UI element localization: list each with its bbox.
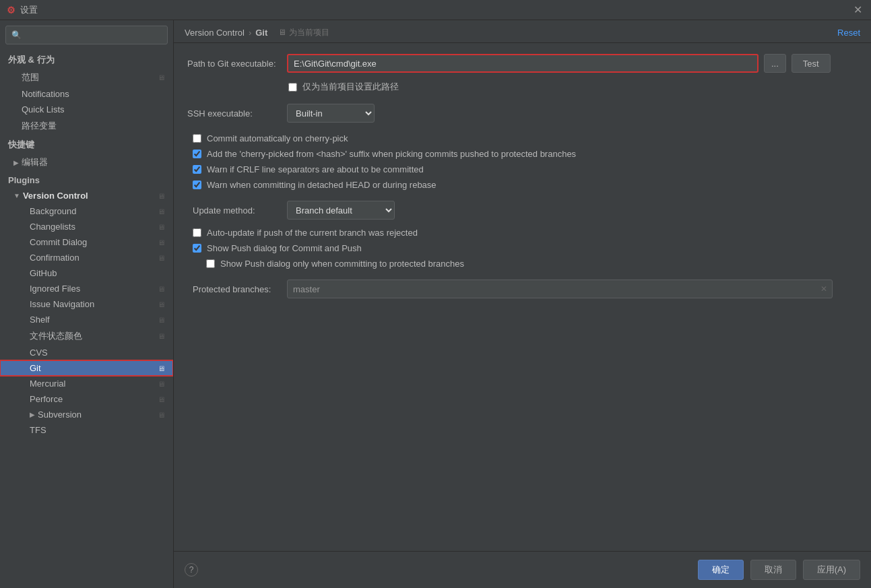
collapse-icon: ▶ — [30, 411, 35, 418]
breadcrumb-git: Git — [255, 28, 267, 38]
sidebar-item-label: Background — [30, 206, 76, 216]
auto-update-label: Auto-update if push of the current branc… — [207, 228, 418, 238]
sidebar-item-label: Perforce — [30, 394, 63, 404]
section-appearance: 外观 & 行为 — [0, 50, 173, 69]
git-path-input[interactable] — [287, 54, 759, 73]
collapse-icon: ▶ — [13, 159, 19, 166]
sidebar-item-label: GitHub — [30, 268, 57, 278]
ssh-select[interactable]: Built-in Native — [287, 104, 375, 123]
content-header: Version Control › Git 🖥 为当前项目 Reset — [174, 20, 871, 43]
sidebar-item-github[interactable]: GitHub — [0, 265, 173, 281]
detached-head-row: Warn when committing in detached HEAD or… — [187, 180, 858, 190]
detached-head-label: Warn when committing in detached HEAD or… — [207, 180, 437, 190]
project-icon: 🖥 — [158, 254, 165, 262]
sidebar-item-label: Issue Navigation — [30, 299, 94, 309]
project-icon: 🖥 — [158, 285, 165, 293]
sidebar-scroll: 外观 & 行为 范围 🖥 Notifications Quick Lists 路… — [0, 50, 173, 588]
update-method-select[interactable]: Branch default Merge Rebase — [287, 201, 395, 220]
crlf-warn-checkbox[interactable] — [193, 165, 201, 174]
sidebar-item-file-status-color[interactable]: 文件状态颜色 🖥 — [0, 327, 173, 345]
cherry-pick-suffix-checkbox[interactable] — [193, 150, 201, 158]
show-push-dialog-only-checkbox[interactable] — [206, 259, 215, 268]
search-box[interactable]: 🔍 — [5, 26, 168, 44]
sidebar-item-mercurial[interactable]: Mercurial 🖥 — [0, 376, 173, 391]
cancel-button[interactable]: 取消 — [750, 560, 796, 580]
sidebar-item-subversion[interactable]: ▶ Subversion 🖥 — [0, 407, 173, 422]
sidebar-item-path-var[interactable]: 路径变量 — [0, 117, 173, 135]
help-button[interactable]: ? — [185, 563, 198, 577]
search-icon: 🔍 — [11, 30, 22, 40]
sidebar-item-label: Notifications — [22, 89, 69, 99]
update-method-label: Update method: — [187, 205, 282, 216]
sidebar-item-label: 路径变量 — [22, 120, 57, 132]
breadcrumb-version-control[interactable]: Version Control — [185, 28, 245, 38]
sidebar-item-background[interactable]: Background 🖥 — [0, 203, 173, 219]
content-body: Path to Git executable: ... Test 仅为当前项目设… — [174, 43, 871, 551]
sidebar-item-label: Mercurial — [30, 379, 65, 389]
sidebar-item-issue-navigation[interactable]: Issue Navigation 🖥 — [0, 296, 173, 312]
close-button[interactable]: ✕ — [849, 2, 866, 18]
section-shortcuts: 快捷键 — [0, 135, 173, 154]
breadcrumb-project: 🖥 为当前项目 — [278, 27, 329, 38]
sidebar-item-fanwei[interactable]: 范围 🖥 — [0, 69, 173, 86]
browse-button[interactable]: ... — [764, 54, 786, 73]
sidebar-item-label: Changelists — [30, 222, 75, 232]
sidebar-item-perforce[interactable]: Perforce 🖥 — [0, 391, 173, 407]
cherry-pick-suffix-row: Add the 'cherry-picked from <hash>' suff… — [187, 149, 858, 159]
update-method-row: Update method: Branch default Merge Reba… — [187, 201, 858, 220]
cherry-pick-suffix-label: Add the 'cherry-picked from <hash>' suff… — [207, 149, 576, 159]
project-icon: 🖥 — [158, 316, 165, 324]
project-icon: 🖥 — [158, 238, 165, 247]
cherry-pick-checkbox[interactable] — [193, 134, 201, 143]
sidebar-item-ignored-files[interactable]: Ignored Files 🖥 — [0, 281, 173, 296]
sidebar-item-quick-lists[interactable]: Quick Lists — [0, 102, 173, 117]
sidebar-item-tfs[interactable]: TFS — [0, 422, 173, 438]
sidebar-item-label: Quick Lists — [22, 104, 65, 115]
title-bar-text: 设置 — [20, 4, 38, 16]
sidebar-item-label: 编辑器 — [22, 156, 48, 168]
project-icon: 🖥 — [158, 73, 165, 81]
sidebar-item-label: TFS — [30, 425, 46, 435]
sidebar-item-version-control[interactable]: ▼ Version Control 🖥 — [0, 188, 173, 203]
sidebar-item-label: Git — [30, 363, 41, 373]
cherry-pick-label: Commit automatically on cherry-pick — [207, 133, 348, 143]
protected-branches-input[interactable] — [287, 280, 833, 298]
sidebar-item-shelf[interactable]: Shelf 🖥 — [0, 312, 173, 327]
bottom-bar: ? 确定 取消 应用(A) — [174, 551, 871, 588]
sidebar-item-label: Subversion — [38, 410, 82, 420]
app-icon: ⚙ — [5, 5, 16, 15]
git-path-label: Path to Git executable: — [187, 59, 282, 69]
cherry-pick-row: Commit automatically on cherry-pick — [187, 133, 858, 143]
project-icon: 🖥 — [158, 364, 165, 372]
detached-head-checkbox[interactable] — [193, 181, 201, 189]
sidebar-item-commit-dialog[interactable]: Commit Dialog 🖥 — [0, 234, 173, 250]
protected-branches-label: Protected branches: — [187, 284, 282, 294]
apply-button[interactable]: 应用(A) — [803, 560, 860, 580]
sidebar-item-cvs[interactable]: CVS — [0, 345, 173, 360]
reset-button[interactable]: Reset — [837, 28, 860, 38]
only-for-project-checkbox[interactable] — [288, 83, 297, 92]
git-path-row: Path to Git executable: ... Test — [187, 54, 858, 73]
sidebar-item-notifications[interactable]: Notifications — [0, 86, 173, 102]
sidebar-item-git[interactable]: Git 🖥 — [0, 360, 173, 376]
ok-button[interactable]: 确定 — [698, 560, 744, 580]
sidebar-item-confirmation[interactable]: Confirmation 🖥 — [0, 250, 173, 265]
ssh-row: SSH executable: Built-in Native — [187, 104, 858, 123]
project-icon: 🖥 — [158, 380, 165, 388]
project-icon: 🖥 — [158, 223, 165, 231]
sidebar-item-changelists[interactable]: Changelists 🖥 — [0, 219, 173, 234]
show-push-dialog-checkbox[interactable] — [193, 244, 201, 253]
crlf-warn-label: Warn if CRLF line separators are about t… — [207, 164, 424, 174]
section-plugins: Plugins — [0, 171, 173, 188]
test-button[interactable]: Test — [792, 54, 831, 73]
show-push-dialog-label: Show Push dialog for Commit and Push — [207, 243, 362, 253]
sidebar-item-label: 文件状态颜色 — [30, 330, 82, 342]
auto-update-row: Auto-update if push of the current branc… — [187, 228, 858, 238]
bottom-buttons: 确定 取消 应用(A) — [698, 560, 860, 580]
crlf-warn-row: Warn if CRLF line separators are about t… — [187, 164, 858, 174]
auto-update-checkbox[interactable] — [193, 228, 201, 237]
project-label: 🖥 为当前项目 — [278, 27, 329, 38]
protected-end-icon: ✕ — [818, 284, 830, 294]
sidebar-item-editor[interactable]: ▶ 编辑器 — [0, 154, 173, 171]
show-push-dialog-only-label: Show Push dialog only when committing to… — [220, 259, 464, 269]
